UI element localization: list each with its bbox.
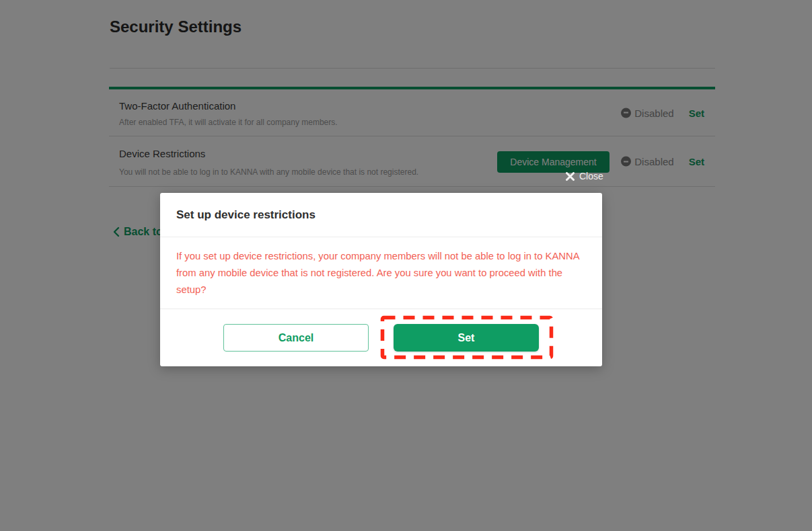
close-icon (566, 172, 575, 181)
close-label: Close (579, 171, 603, 181)
cancel-button[interactable]: Cancel (223, 324, 369, 352)
security-settings-page: Security Settings Two-Factor Authenticat… (0, 0, 812, 531)
set-button[interactable]: Set (394, 324, 539, 352)
modal-footer: Cancel Set (160, 309, 602, 366)
modal-header: Set up device restrictions (160, 193, 602, 237)
warning-text: If you set up device restrictions, your … (176, 248, 586, 298)
modal-title: Set up device restrictions (176, 208, 316, 222)
modal-body: If you set up device restrictions, your … (160, 238, 602, 309)
close-button[interactable]: Close (566, 171, 603, 181)
device-restrictions-modal: Set up device restrictions If you set up… (160, 193, 602, 366)
